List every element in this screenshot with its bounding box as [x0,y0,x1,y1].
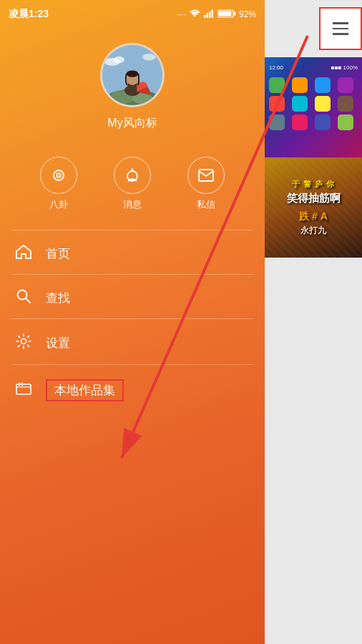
dm-label: 私信 [197,198,215,211]
screen: 凌晨1:23 ···· [0,0,362,644]
menu-search[interactable]: 查找 [0,278,265,318]
thumbnail-text: 于 警 庐 你 笑得抽筋啊 跌 # A 永打九 [265,157,362,258]
message-label: 消息 [123,198,142,211]
svg-point-20 [58,175,59,176]
action-gossip[interactable]: 八卦 [40,157,77,211]
svg-rect-1 [206,13,208,18]
thumbnail-apps: 12:00 ■■■ 100% [265,57,362,157]
gossip-icon-circle [40,157,77,194]
username: My风向标 [107,116,157,131]
local-label: 本地作品集 [46,379,124,401]
svg-rect-5 [233,11,235,15]
status-time: 凌晨1:23 [9,8,49,21]
action-message[interactable]: 消息 [114,157,151,211]
right-panel: 12:00 ■■■ 100% [265,0,362,644]
settings-label: 设置 [46,335,70,351]
search-label: 查找 [46,290,70,306]
home-icon [14,245,33,263]
svg-point-16 [114,57,124,63]
gossip-label: 八卦 [49,198,68,211]
svg-rect-2 [209,11,211,18]
message-icon-circle [114,157,151,194]
divider-4 [11,364,253,365]
thumb2-line2: 笑得抽筋啊 [287,190,341,207]
svg-point-24 [21,339,26,344]
menu-local[interactable]: 本地作品集 [0,368,265,413]
sidebar: 凌晨1:23 ···· [0,0,265,644]
avatar[interactable] [100,43,165,107]
divider-1 [11,230,253,230]
signal-bars-icon [203,9,215,20]
wifi-icon [189,9,200,20]
hamburger-icon [333,22,348,35]
svg-point-17 [142,54,156,60]
thumb2-line1: 于 警 庐 你 [287,178,341,190]
divider-2 [11,274,253,275]
settings-icon [14,333,33,353]
status-icons: ···· [177,9,256,20]
svg-rect-6 [218,11,231,16]
divider-3 [11,318,253,319]
local-icon [14,382,33,399]
svg-point-14 [127,70,139,77]
thumb2-line4: 永打九 [287,224,341,237]
battery-icon [217,9,236,20]
status-bar: 凌晨1:23 ···· [0,0,265,29]
quick-actions: 八卦 消息 私信 [0,145,265,223]
search-icon [14,289,33,307]
home-label: 首页 [46,245,70,262]
profile-area: My风向标 [0,29,265,145]
menu-settings[interactable]: 设置 [0,322,265,364]
menu-home[interactable]: 首页 [0,233,265,274]
action-dm[interactable]: 私信 [187,157,225,211]
hamburger-button[interactable] [319,7,362,50]
signal-dots: ···· [177,9,186,19]
svg-rect-25 [16,384,31,394]
dm-icon-circle [187,157,225,194]
battery-pct: 92% [239,9,256,19]
svg-rect-3 [211,9,213,18]
svg-rect-0 [204,15,206,18]
thumb2-line3: 跌 # A [287,209,341,224]
